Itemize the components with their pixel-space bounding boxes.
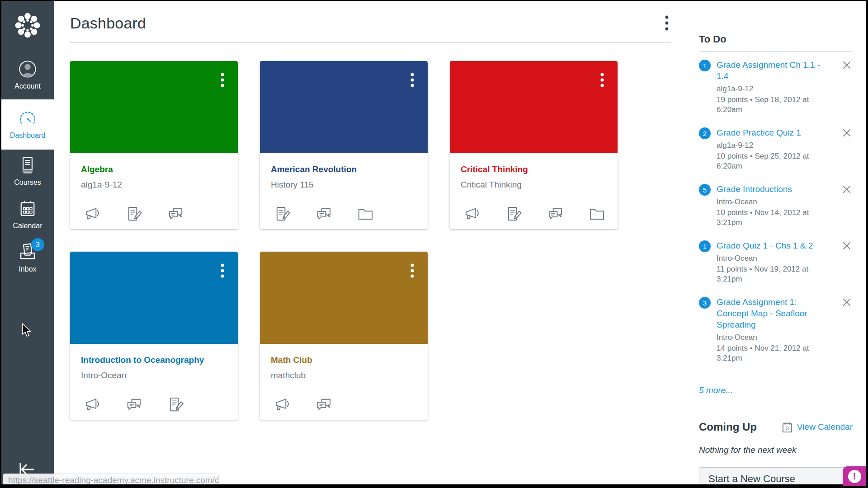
dashboard-options-kebab-icon[interactable] <box>660 13 673 33</box>
card-options-kebab-icon[interactable] <box>217 262 228 280</box>
course-card-critical-thinking[interactable]: Critical Thinking Critical Thinking <box>450 61 618 229</box>
discussions-icon[interactable] <box>315 206 333 223</box>
todo-item-course: alg1a-9-12 <box>717 84 824 94</box>
course-card-intro-oceanography[interactable]: Introduction to Oceanography Intro-Ocean <box>70 252 238 420</box>
dismiss-todo-close-icon[interactable] <box>841 59 853 71</box>
todo-item-link[interactable]: Grade Assignment Ch 1.1 - 1.4 <box>717 59 824 82</box>
inbox-unread-badge: 3 <box>31 238 44 251</box>
course-card-quick-links <box>463 206 606 223</box>
assignments-icon[interactable] <box>505 206 523 223</box>
sidebar-item-label: Inbox <box>19 265 36 273</box>
card-options-kebab-icon[interactable] <box>407 71 418 89</box>
help-alert-badge[interactable]: ! <box>843 466 866 486</box>
course-card-title[interactable]: American Revolution <box>271 164 417 175</box>
dismiss-todo-close-icon[interactable] <box>841 240 853 252</box>
card-options-kebab-icon[interactable] <box>217 71 228 89</box>
course-card-color-header <box>70 252 238 344</box>
sidebar-item-label: Courses <box>14 178 41 187</box>
todo-divider <box>699 52 853 52</box>
course-card-title[interactable]: Math Club <box>271 355 417 366</box>
view-calendar-link[interactable]: 3 View Calendar <box>781 421 853 433</box>
todo-count-badge: 1 <box>699 240 711 252</box>
course-card-grid: Algebra alg1a-9-12 <box>70 61 700 420</box>
announcement-icon[interactable] <box>274 396 291 414</box>
page-title: Dashboard <box>70 14 146 32</box>
todo-item-course: Intro-Ocean <box>717 254 824 263</box>
dismiss-todo-close-icon[interactable] <box>841 296 853 308</box>
todo-list: 1 Grade Assignment Ch 1.1 - 1.4 alg1a-9-… <box>699 59 853 363</box>
course-card-subtitle: mathclub <box>271 371 417 380</box>
todo-item-meta: 14 points • Nov 21, 2012 at 3:21pm <box>717 343 824 363</box>
header-divider <box>70 42 671 43</box>
assignments-icon[interactable] <box>125 206 143 223</box>
sidebar-item-account[interactable]: Account <box>1 53 54 97</box>
dismiss-todo-close-icon[interactable] <box>841 183 853 195</box>
todo-item: 3 Grade Assignment 1: Concept Map - Seaf… <box>699 296 853 363</box>
todo-heading: To Do <box>699 33 853 45</box>
assignments-icon[interactable] <box>167 396 184 414</box>
todo-more-link[interactable]: 5 more... <box>699 385 733 395</box>
todo-item-link[interactable]: Grade Introductions <box>717 183 824 195</box>
announcement-icon[interactable] <box>84 206 101 223</box>
todo-item-meta: 10 points • Sep 25, 2012 at 6:20am <box>717 151 824 171</box>
avatar-icon <box>18 59 38 79</box>
course-card-subtitle: Critical Thinking <box>461 180 607 190</box>
todo-item-course: alg1a-9-12 <box>717 141 824 150</box>
gauge-icon <box>18 108 38 128</box>
start-new-course-button[interactable]: Start a New Course <box>699 467 853 484</box>
card-options-kebab-icon[interactable] <box>597 71 608 89</box>
browser-viewport: Account Dashboard <box>1 1 866 484</box>
discussions-icon[interactable] <box>547 206 564 223</box>
todo-count-badge: 3 <box>699 297 711 309</box>
canvas-logo[interactable] <box>10 8 45 42</box>
coming-up-empty-message: Nothing for the next week <box>699 445 853 455</box>
dashboard-header: Dashboard <box>54 1 700 33</box>
sidebar-item-label: Calendar <box>13 222 42 230</box>
todo-item-link[interactable]: Grade Assignment 1: Concept Map - Seaflo… <box>717 296 824 330</box>
course-card-subtitle: History 115 <box>271 180 417 190</box>
course-card-color-header <box>70 61 238 153</box>
canvas-dashboard-app: Account Dashboard <box>0 0 868 488</box>
course-card-title[interactable]: Algebra <box>81 164 227 175</box>
dashboard-main-content: Dashboard Algebra <box>54 1 700 484</box>
course-card-quick-links <box>84 206 184 223</box>
sidebar-item-courses[interactable]: Courses <box>1 150 54 193</box>
todo-count-badge: 1 <box>699 60 711 71</box>
sidebar-item-label: Dashboard <box>10 131 45 140</box>
todo-item-link[interactable]: Grade Quiz 1 - Chs 1 & 2 <box>717 240 824 251</box>
todo-item-meta: 10 points • Nov 14, 2012 at 3:21pm <box>717 208 824 228</box>
todo-item: 1 Grade Assignment Ch 1.1 - 1.4 alg1a-9-… <box>699 59 853 115</box>
mini-calendar-icon: 3 <box>781 421 793 433</box>
todo-count-badge: 2 <box>699 127 711 139</box>
discussions-icon[interactable] <box>167 206 184 223</box>
todo-item-course: Intro-Ocean <box>717 197 824 206</box>
course-card-quick-links <box>274 396 333 414</box>
sidebar-item-dashboard[interactable]: Dashboard <box>1 99 54 150</box>
todo-item: 2 Grade Practice Quiz 1 alg1a-9-12 10 po… <box>699 127 853 171</box>
course-card-title[interactable]: Critical Thinking <box>461 164 607 175</box>
sidebar-item-calendar[interactable]: Calendar <box>1 193 54 236</box>
files-icon[interactable] <box>357 206 374 223</box>
course-card-quick-links <box>84 396 184 414</box>
todo-item-course: Intro-Ocean <box>717 333 824 342</box>
todo-count-badge: 5 <box>699 184 711 196</box>
announcement-icon[interactable] <box>463 206 481 223</box>
assignments-icon[interactable] <box>274 206 291 223</box>
discussions-icon[interactable] <box>125 396 143 414</box>
todo-item-link[interactable]: Grade Practice Quiz 1 <box>717 127 824 138</box>
course-card-american-revolution[interactable]: American Revolution History 115 <box>260 61 428 229</box>
course-card-title[interactable]: Introduction to Oceanography <box>81 355 227 366</box>
sidebar-item-inbox[interactable]: 3 Inbox <box>1 236 54 280</box>
inbox-icon: 3 <box>18 242 38 262</box>
course-card-algebra[interactable]: Algebra alg1a-9-12 <box>70 61 238 229</box>
files-icon[interactable] <box>588 206 606 223</box>
course-card-math-club[interactable]: Math Club mathclub <box>260 252 428 420</box>
dismiss-todo-close-icon[interactable] <box>841 127 853 139</box>
coming-up-section: Coming Up 3 View Calendar Nothing for th… <box>699 421 853 455</box>
card-options-kebab-icon[interactable] <box>407 262 418 280</box>
todo-item: 5 Grade Introductions Intro-Ocean 10 poi… <box>699 183 853 228</box>
exclamation-icon: ! <box>848 470 861 483</box>
course-card-color-header <box>260 61 428 153</box>
discussions-icon[interactable] <box>315 396 333 414</box>
announcement-icon[interactable] <box>84 396 101 414</box>
